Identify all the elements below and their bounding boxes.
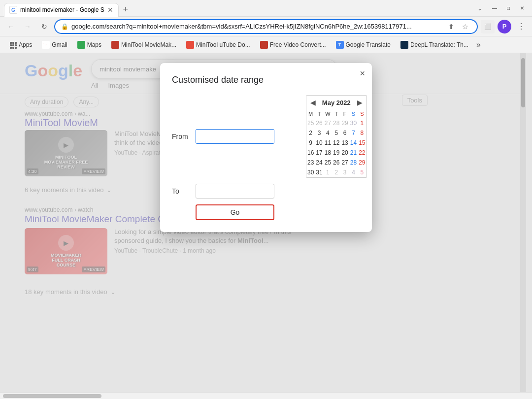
bookmark-apps[interactable]: Apps (5, 40, 36, 50)
title-bar: G minitool moviemaker - Google S ✕ + ⌄ —… (0, 0, 532, 17)
cal-day[interactable]: 7 (349, 128, 358, 138)
bookmark-minitool2[interactable]: MiniTool uTube Do... (182, 40, 254, 50)
back-button[interactable]: ← (4, 20, 18, 33)
bookmark-maps[interactable]: Maps (73, 40, 105, 50)
to-label: To (172, 187, 188, 195)
cal-day[interactable]: 30 (306, 167, 315, 177)
date-range-form: From ◀ May 2022 ▶ M (172, 95, 360, 220)
bottom-scrollbar-thumb[interactable] (3, 394, 101, 398)
to-input[interactable] (196, 184, 274, 199)
calendar-grid: M T W T F S S (306, 109, 366, 177)
cal-day[interactable]: 29 (358, 158, 366, 167)
cal-header-sat: S (349, 109, 358, 118)
minimize-button[interactable]: — (489, 3, 500, 13)
cal-day[interactable]: 4 (324, 128, 332, 138)
cal-day[interactable]: 2 (306, 128, 315, 138)
close-button[interactable]: ✕ (516, 3, 528, 13)
cal-header-mon: M (306, 109, 315, 118)
cal-day[interactable]: 17 (315, 148, 323, 158)
reload-button[interactable]: ↻ (37, 20, 51, 33)
cal-day[interactable]: 20 (340, 148, 349, 158)
bookmark-star-icon[interactable]: ☆ (459, 21, 471, 33)
cal-day[interactable]: 25 (324, 158, 332, 167)
cal-day[interactable]: 9 (306, 138, 315, 148)
modal-close-button[interactable]: × (360, 69, 365, 78)
bottom-scrollbar[interactable] (0, 392, 532, 399)
calendar-month-label: May 2022 (322, 99, 351, 106)
translate-icon: T (336, 41, 344, 49)
profile-button[interactable]: P (498, 20, 511, 33)
new-tab-button[interactable]: + (119, 3, 133, 17)
cal-day[interactable]: 23 (306, 158, 315, 167)
bookmark-gmail-label: Gmail (52, 41, 67, 48)
cal-day[interactable]: 13 (340, 138, 349, 148)
cal-day[interactable]: 4 (349, 167, 358, 177)
go-button[interactable]: Go (196, 204, 274, 220)
bookmarks-bar: Apps Gmail Maps MiniTool MovieMak... Min… (0, 36, 532, 53)
cal-day[interactable]: 3 (315, 128, 323, 138)
bookmark-minitool[interactable]: MiniTool MovieMak... (107, 40, 180, 50)
cal-day[interactable]: 18 (324, 148, 332, 158)
cal-day[interactable]: 25 (306, 118, 315, 128)
cal-day[interactable]: 29 (340, 118, 349, 128)
cal-day[interactable]: 26 (315, 118, 323, 128)
share-icon[interactable]: ⬆ (445, 21, 457, 33)
cal-day[interactable]: 19 (332, 148, 340, 158)
url-bar[interactable]: 🔒 google.com/search?q=minitool+moviemake… (54, 19, 478, 34)
tab-favicon: G (9, 6, 17, 14)
bookmark-apps-label: Apps (19, 41, 32, 48)
maps-icon (77, 41, 85, 49)
from-input[interactable] (196, 129, 274, 144)
cal-day[interactable]: 10 (315, 138, 323, 148)
cal-day[interactable]: 31 (315, 167, 323, 177)
cal-day[interactable]: 5 (332, 128, 340, 138)
cal-day[interactable]: 5 (358, 167, 366, 177)
cal-day[interactable]: 27 (340, 158, 349, 167)
bookmark-gmail[interactable]: Gmail (38, 40, 71, 50)
maximize-button[interactable]: □ (502, 3, 514, 13)
cal-day[interactable]: 11 (324, 138, 332, 148)
chrome-menu-button[interactable]: ⋮ (514, 20, 528, 33)
cal-day[interactable]: 21 (349, 148, 358, 158)
date-range-modal: × Customised date range From ◀ May 2022 … (160, 63, 372, 232)
cal-day[interactable]: 28 (332, 118, 340, 128)
cal-day[interactable]: 14 (349, 138, 358, 148)
cal-day[interactable]: 26 (332, 158, 340, 167)
lock-icon: 🔒 (61, 23, 68, 30)
bookmark-deepl[interactable]: DeepL Translate: Th... (397, 40, 472, 50)
extensions-button[interactable]: ⬜ (481, 20, 495, 33)
cal-day[interactable]: 12 (332, 138, 340, 148)
cal-day[interactable]: 24 (315, 158, 323, 167)
cal-day[interactable]: 30 (349, 118, 358, 128)
cal-day[interactable]: 6 (340, 128, 349, 138)
bookmark-translate[interactable]: T Google Translate (332, 40, 395, 50)
gmail-icon (42, 41, 50, 49)
more-bookmarks-button[interactable]: » (474, 39, 483, 50)
cal-day[interactable]: 2 (332, 167, 340, 177)
cal-day[interactable]: 3 (340, 167, 349, 177)
cal-day[interactable]: 22 (358, 148, 366, 158)
cal-day[interactable]: 27 (324, 118, 332, 128)
modal-title: Customised date range (172, 75, 360, 85)
active-tab[interactable]: G minitool moviemaker - Google S ✕ (4, 3, 119, 17)
forward-button[interactable]: → (21, 20, 34, 33)
cal-day[interactable]: 1 (324, 167, 332, 177)
tab-strip: G minitool moviemaker - Google S ✕ + (4, 0, 475, 17)
tab-chevron-icon[interactable]: ⌄ (475, 3, 485, 13)
tab-close-button[interactable]: ✕ (107, 6, 113, 14)
url-icons: ⬆ ☆ (445, 21, 471, 33)
cal-day[interactable]: 16 (306, 148, 315, 158)
bookmark-converter[interactable]: Free Video Convert... (256, 40, 330, 50)
cal-day[interactable]: 28 (349, 158, 358, 167)
bookmark-minitool-label: MiniTool MovieMak... (121, 41, 176, 48)
cal-day[interactable]: 1 (358, 118, 366, 128)
calendar-body: 25 26 27 28 29 30 1 2 (306, 118, 366, 177)
modal-backdrop: × Customised date range From ◀ May 2022 … (0, 53, 532, 399)
to-row: To (172, 184, 360, 199)
cal-day[interactable]: 8 (358, 128, 366, 138)
address-bar: ← → ↻ 🔒 google.com/search?q=minitool+mov… (0, 17, 532, 36)
calendar-prev-button[interactable]: ◀ (310, 99, 316, 106)
calendar-next-button[interactable]: ▶ (357, 99, 363, 106)
cal-day[interactable]: 15 (358, 138, 366, 148)
window-controls: — □ ✕ (489, 3, 528, 13)
